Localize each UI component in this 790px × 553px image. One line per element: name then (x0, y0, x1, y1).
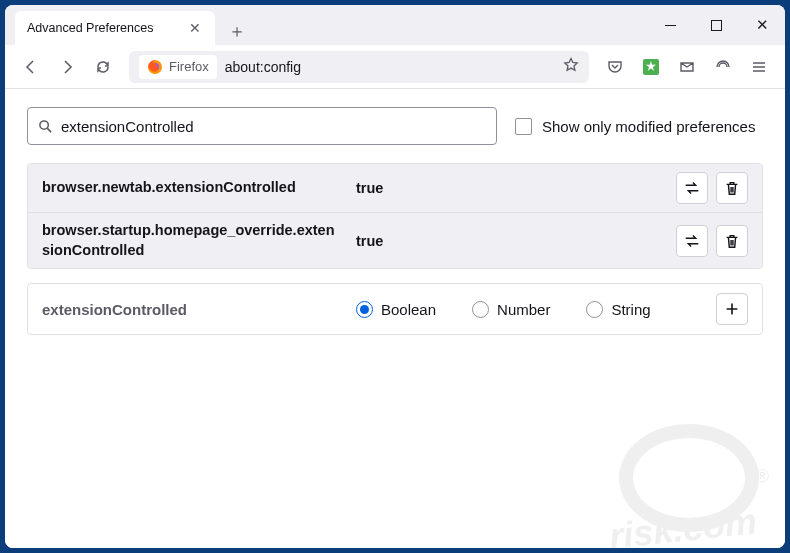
pref-name: browser.newtab.extensionControlled (42, 178, 342, 198)
pref-row[interactable]: browser.newtab.extensionControlled true (28, 164, 762, 212)
type-string[interactable]: String (586, 301, 650, 318)
reload-button[interactable] (87, 51, 119, 83)
toggle-icon (683, 232, 701, 250)
nav-toolbar: Firefox about:config ★ (5, 45, 785, 89)
pref-actions (676, 172, 748, 204)
radio-icon (586, 301, 603, 318)
browser-window: Advanced Preferences ✕ ＋ ✕ Firefox about… (5, 5, 785, 548)
search-icon (38, 119, 53, 134)
trash-icon (723, 232, 741, 250)
toggle-icon (683, 179, 701, 197)
pref-value: true (356, 180, 662, 196)
plus-icon (723, 300, 741, 318)
type-number[interactable]: Number (472, 301, 550, 318)
pref-name: browser.startup.homepage_override.extens… (42, 221, 342, 260)
tab-advanced-preferences[interactable]: Advanced Preferences ✕ (15, 11, 215, 45)
new-pref-row: extensionControlled Boolean Number Strin… (27, 283, 763, 335)
show-modified-label: Show only modified preferences (542, 118, 755, 135)
type-label: String (611, 301, 650, 318)
firefox-icon (147, 59, 163, 75)
bookmark-star-icon[interactable] (563, 57, 579, 77)
pref-search-input[interactable] (61, 118, 486, 135)
titlebar: Advanced Preferences ✕ ＋ ✕ (5, 5, 785, 45)
minimize-button[interactable] (647, 5, 693, 45)
type-options: Boolean Number String (356, 301, 702, 318)
toggle-button[interactable] (676, 225, 708, 257)
delete-button[interactable] (716, 225, 748, 257)
add-pref-button[interactable] (716, 293, 748, 325)
tabstrip: Advanced Preferences ✕ ＋ (5, 5, 647, 45)
app-menu-button[interactable] (743, 51, 775, 83)
about-config-content: Show only modified preferences browser.n… (5, 89, 785, 548)
pref-results: browser.newtab.extensionControlled true … (27, 163, 763, 269)
type-label: Number (497, 301, 550, 318)
window-controls: ✕ (647, 5, 785, 45)
close-tab-icon[interactable]: ✕ (187, 20, 203, 36)
toggle-button[interactable] (676, 172, 708, 204)
back-button[interactable] (15, 51, 47, 83)
tab-title: Advanced Preferences (27, 21, 177, 35)
new-pref-name: extensionControlled (42, 301, 342, 318)
url-bar[interactable]: Firefox about:config (129, 51, 589, 83)
pref-row[interactable]: browser.startup.homepage_override.extens… (28, 212, 762, 268)
search-row: Show only modified preferences (27, 107, 763, 145)
inbox-icon[interactable] (671, 51, 703, 83)
url-text: about:config (225, 59, 555, 75)
radio-icon (356, 301, 373, 318)
trash-icon (723, 179, 741, 197)
forward-button[interactable] (51, 51, 83, 83)
shield-icon[interactable] (707, 51, 739, 83)
pref-actions (676, 225, 748, 257)
identity-box[interactable]: Firefox (139, 55, 217, 79)
checkbox-icon (515, 118, 532, 135)
extension-icon[interactable]: ★ (635, 51, 667, 83)
type-label: Boolean (381, 301, 436, 318)
pocket-icon[interactable] (599, 51, 631, 83)
delete-button[interactable] (716, 172, 748, 204)
identity-label: Firefox (169, 59, 209, 74)
pref-value: true (356, 233, 662, 249)
close-window-button[interactable]: ✕ (739, 5, 785, 45)
type-boolean[interactable]: Boolean (356, 301, 436, 318)
svg-point-2 (40, 120, 48, 128)
new-tab-button[interactable]: ＋ (223, 17, 251, 45)
maximize-button[interactable] (693, 5, 739, 45)
pref-search-box[interactable] (27, 107, 497, 145)
radio-icon (472, 301, 489, 318)
show-modified-checkbox[interactable]: Show only modified preferences (515, 118, 755, 135)
